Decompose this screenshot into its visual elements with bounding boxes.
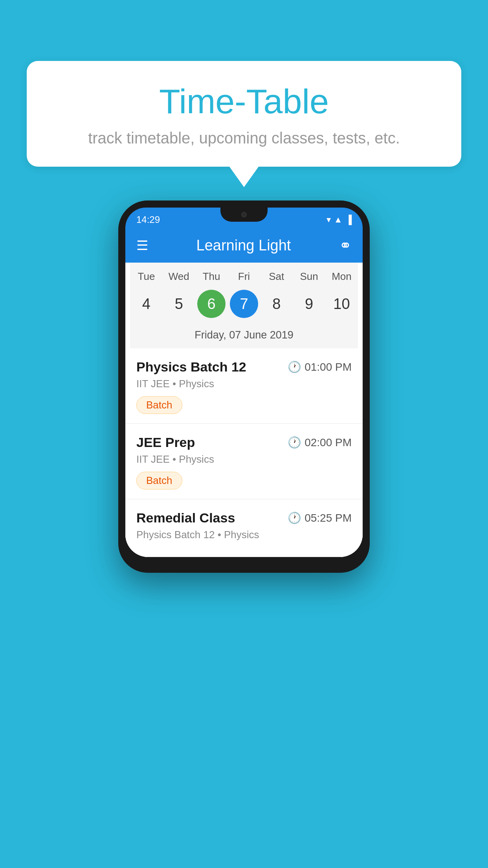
day-numbers-row: 4 5 6 7 8 9 10 bbox=[130, 286, 358, 324]
class-item-header-1: Physics Batch 12 🕐 01:00 PM bbox=[136, 359, 352, 375]
day-label-sat: Sat bbox=[262, 270, 291, 283]
battery-icon: ▐ bbox=[345, 215, 352, 225]
class-name-2: JEE Prep bbox=[136, 435, 195, 450]
class-list: Physics Batch 12 🕐 01:00 PM IIT JEE • Ph… bbox=[125, 348, 363, 557]
status-icons: ▾ ▲ ▐ bbox=[327, 215, 352, 225]
day-label-mon: Mon bbox=[327, 270, 356, 283]
class-item-2[interactable]: JEE Prep 🕐 02:00 PM IIT JEE • Physics Ba… bbox=[125, 424, 363, 499]
clock-icon-1: 🕐 bbox=[288, 360, 301, 373]
wifi-icon: ▾ bbox=[327, 215, 331, 225]
batch-badge-1: Batch bbox=[136, 396, 182, 414]
day-6-today[interactable]: 6 bbox=[197, 290, 226, 318]
class-item-header-3: Remedial Class 🕐 05:25 PM bbox=[136, 510, 352, 526]
search-icon[interactable]: ⚭ bbox=[339, 237, 352, 254]
phone-mockup: 14:29 ▾ ▲ ▐ ☰ Learning Light ⚭ Tue bbox=[118, 200, 370, 573]
class-name-1: Physics Batch 12 bbox=[136, 359, 246, 375]
class-meta-2: IIT JEE • Physics bbox=[136, 453, 352, 465]
day-8[interactable]: 8 bbox=[262, 290, 291, 318]
day-10[interactable]: 10 bbox=[327, 290, 356, 318]
class-meta-1: IIT JEE • Physics bbox=[136, 378, 352, 390]
speech-bubble: Time-Table track timetable, upcoming cla… bbox=[27, 61, 461, 167]
phone-frame: 14:29 ▾ ▲ ▐ ☰ Learning Light ⚭ Tue bbox=[118, 200, 370, 573]
day-5[interactable]: 5 bbox=[165, 290, 193, 318]
batch-badge-2: Batch bbox=[136, 472, 182, 489]
bubble-subtitle: track timetable, upcoming classes, tests… bbox=[50, 129, 438, 147]
selected-date-label: Friday, 07 June 2019 bbox=[130, 324, 358, 348]
class-time-2: 🕐 02:00 PM bbox=[288, 436, 352, 449]
app-bar-title: Learning Light bbox=[148, 237, 339, 254]
day-label-fri: Fri bbox=[230, 270, 258, 283]
day-4[interactable]: 4 bbox=[132, 290, 160, 318]
class-time-1: 🕐 01:00 PM bbox=[288, 360, 352, 373]
status-bar: 14:29 ▾ ▲ ▐ bbox=[125, 208, 363, 228]
class-item-3[interactable]: Remedial Class 🕐 05:25 PM Physics Batch … bbox=[125, 499, 363, 557]
day-label-thu: Thu bbox=[197, 270, 226, 283]
signal-icon: ▲ bbox=[334, 215, 343, 225]
day-label-sun: Sun bbox=[295, 270, 323, 283]
bubble-title: Time-Table bbox=[50, 83, 438, 121]
calendar-header: Tue Wed Thu Fri Sat Sun Mon 4 5 6 7 8 9 … bbox=[125, 263, 363, 348]
day-labels-row: Tue Wed Thu Fri Sat Sun Mon bbox=[130, 263, 358, 286]
day-7-selected[interactable]: 7 bbox=[230, 290, 258, 318]
app-bar: ☰ Learning Light ⚭ bbox=[125, 228, 363, 263]
day-9[interactable]: 9 bbox=[295, 290, 323, 318]
camera-dot bbox=[241, 212, 247, 217]
class-name-3: Remedial Class bbox=[136, 510, 235, 526]
class-item-1[interactable]: Physics Batch 12 🕐 01:00 PM IIT JEE • Ph… bbox=[125, 348, 363, 424]
class-meta-3: Physics Batch 12 • Physics bbox=[136, 529, 352, 541]
day-label-tue: Tue bbox=[132, 270, 160, 283]
menu-icon[interactable]: ☰ bbox=[136, 239, 148, 252]
clock-icon-2: 🕐 bbox=[288, 436, 301, 449]
status-time: 14:29 bbox=[136, 214, 160, 225]
class-time-3: 🕐 05:25 PM bbox=[288, 511, 352, 524]
phone-screen: ☰ Learning Light ⚭ Tue Wed Thu Fri Sat S… bbox=[125, 228, 363, 557]
clock-icon-3: 🕐 bbox=[288, 511, 301, 524]
day-label-wed: Wed bbox=[165, 270, 193, 283]
notch bbox=[220, 208, 268, 222]
class-item-header-2: JEE Prep 🕐 02:00 PM bbox=[136, 435, 352, 450]
